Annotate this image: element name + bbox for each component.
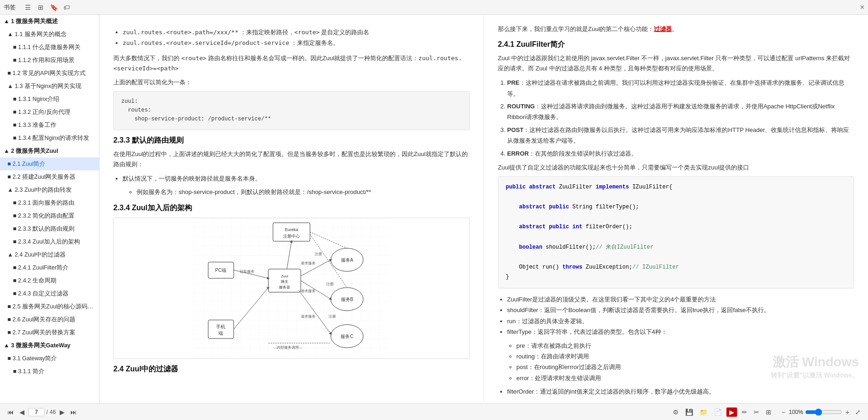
sidebar-item-1.1.2[interactable]: ■ 1.1.2 作用和应用场景: [0, 54, 99, 67]
svg-text:PC端: PC端: [215, 268, 226, 273]
sidebar-item-1.3.2[interactable]: ■ 1.3.2 正向/反向代理: [0, 106, 99, 119]
sidebar-item-2.3[interactable]: ▲ 2.3 Zuul中的路由转发: [0, 183, 99, 196]
svg-text:请求服务: 请求服务: [301, 289, 316, 293]
pages-icon[interactable]: 📄: [712, 407, 724, 417]
tag-icon[interactable]: 🏷: [62, 3, 71, 12]
filter-bullets: ZuulFilter是过滤器的顶级父类。在这里我们看一下其中定义的4个最重要的方…: [507, 294, 854, 397]
bookmark-icon[interactable]: 🔖: [49, 3, 58, 12]
last-page-button[interactable]: ⏭: [68, 407, 79, 417]
default-route-sub: 例如服务名为：shop-service-product，则默认的映射路径就是：/…: [136, 187, 470, 197]
filter-type-routing: ROUTING：这种过滤器将请求路由到微服务。这种过滤器用于构建发送给微服务的请…: [507, 101, 854, 123]
left-page: zuul.routes.<route>.path=/xxx/** ：来指定映射路…: [99, 15, 484, 403]
next-page-button[interactable]: ▶: [58, 407, 67, 417]
sidebar-item-2.3.3[interactable]: ■ 2.3.3 默认的路由规则: [0, 222, 99, 235]
sidebar-item-1.1[interactable]: ▲ 1.1 服务网关的概念: [0, 28, 99, 41]
toolbar-label: 书签: [4, 3, 16, 12]
sidebar-item-2.3.2[interactable]: ■ 2.3.2 简化的路由配置: [0, 209, 99, 222]
zoom-slider[interactable]: [805, 408, 842, 416]
svg-text:手机: 手机: [216, 324, 225, 329]
folder-icon[interactable]: 📁: [698, 407, 709, 417]
right-intro: 那么接下来，我们重点学习的就是Zuul的第二个核心功能：过滤器。: [498, 24, 854, 34]
filter-highlight: 过滤器: [654, 25, 672, 32]
fit-page-button[interactable]: ⤢: [853, 407, 862, 417]
error-label: ERROR: [507, 150, 529, 157]
sidebar-item-2.1[interactable]: ■ 2.1 Zuul简介: [0, 157, 99, 170]
post-label: POST: [507, 126, 523, 133]
sidebar-item-2.5[interactable]: ■ 2.5 服务网关Zuul的核心源码解析: [0, 300, 99, 313]
sidebar-item-2.4.2[interactable]: ■ 2.4.2 生命周期: [0, 274, 99, 287]
bottom-icons-group: ⚙ 💾 📁 📄 ▶ ✏ ✂ ⊞ − 100% + ⤢: [671, 407, 862, 417]
filtertype-pre: pre：请求在被路由之前执行: [516, 340, 854, 351]
sidebar-item-3.1.1[interactable]: ■ 3.1.1 简介: [0, 365, 99, 378]
sidebar-item-2.4.3[interactable]: ■ 2.4.3 自定义过滤器: [0, 287, 99, 300]
route-bullet-1: zuul.routes.<route>.path=/xxx/** ：来指定映射路…: [123, 27, 470, 38]
sidebar-item-2.2[interactable]: ■ 2.2 搭建Zuul网关服务器: [0, 170, 99, 183]
default-route-item1: 默认情况下，一切服务的映射路径就是服务名本身。 例如服务名为：shop-serv…: [123, 173, 470, 198]
svg-text:请求服务: 请求服务: [301, 314, 316, 319]
zoom-out-button[interactable]: −: [780, 407, 787, 417]
sidebar-content: ▲ 1 微服务网关概述 ▲ 1.1 服务网关的概念 ■ 1.1.1 什么是微服务…: [0, 15, 99, 403]
filter-type-error: ERROR：在其他阶段发生错误时执行该过滤器。: [507, 148, 854, 159]
filter-type-pre: PRE：这种过滤器在请求被路由之前调用。我们可以利用这种过滤器实现身份验证、在集…: [507, 77, 854, 99]
svg-text:网关: 网关: [281, 280, 288, 284]
edit-icon[interactable]: ✏: [740, 407, 749, 417]
sidebar-item-3.1[interactable]: ■ 3.1 Gateway简介: [0, 352, 99, 365]
sidebar-item-ch1[interactable]: ▲ 1 微服务网关概述: [0, 15, 99, 28]
architecture-diagram: Eureka 注册中心 服务A 服务B 服务C Zuul 网关 服务器: [113, 218, 470, 359]
bottom-toolbar: ⏮ ◀ / 46 ▶ ⏭ ⚙ 💾 📁 📄 ▶ ✏ ✂ ⊞ − 100% + ⤢: [0, 403, 868, 420]
sidebar-item-2.3.1[interactable]: ■ 2.3.1 面向服务的路由: [0, 196, 99, 209]
list-icon[interactable]: ☰: [23, 3, 32, 12]
para-simplify: 而大多数情况下，我们的 <route> 路由名称往往和服务名会写成一样的。因此Z…: [113, 53, 470, 74]
sidebar-item-1.1.1[interactable]: ■ 1.1.1 什么是微服务网关: [0, 41, 99, 54]
java-code-block: public abstract ZuulFilter implements IZ…: [498, 176, 854, 288]
play-button[interactable]: ▶: [726, 407, 737, 417]
page-navigation: ⏮ ◀ / 46 ▶ ⏭: [6, 407, 79, 417]
svg-text:Zuul: Zuul: [281, 274, 288, 278]
sidebar-item-2.7[interactable]: ■ 2.7 Zuul网关的替换方案: [0, 326, 99, 339]
sidebar-item-1.3[interactable]: ▲ 1.3 基于Nginx的网关实现: [0, 80, 99, 93]
filtertype-routing: routing：在路由请求时调用: [516, 351, 854, 362]
zoom-controls: − 100% + ⤢: [780, 407, 862, 417]
sidebar: ▲ 1 微服务网关概述 ▲ 1.1 服务网关的概念 ■ 1.1.1 什么是微服务…: [0, 15, 99, 403]
first-page-button[interactable]: ⏮: [6, 407, 16, 417]
close-button[interactable]: ×: [860, 3, 864, 12]
sidebar-item-2.6[interactable]: ■ 2.6 Zuul网关存在的问题: [0, 313, 99, 326]
grid-icon[interactable]: ⊞: [36, 3, 45, 12]
page-separator: /: [46, 409, 48, 415]
filtertype-error: error：处理请求时发生错误调用: [516, 373, 854, 383]
right-page: 那么接下来，我们重点学习的就是Zuul的第二个核心功能：过滤器。 2.4.1 Z…: [484, 15, 868, 403]
right-para2: Zuul提供了自定义过滤器的功能实现起来也十分简单，只需要编写一个类去实现zuu…: [498, 163, 854, 173]
crop-icon[interactable]: ✂: [752, 407, 761, 417]
filtertype-sub-list: pre：请求在被路由之前执行 routing：在路由请求时调用 post：在ro…: [516, 340, 854, 384]
route-bullets: zuul.routes.<route>.path=/xxx/** ：来指定映射路…: [123, 27, 470, 49]
filtertype-post: post：在routing和errror过滤器之后调用: [516, 362, 854, 372]
filter-type-post: POST：这种过滤器在路由到微服务以后执行。这种过滤器可用来为响应添加标准的HT…: [507, 125, 854, 146]
sidebar-item-1.2[interactable]: ■ 1.2 常见的API网关实现方式: [0, 67, 99, 80]
svg-text:服务器: 服务器: [279, 285, 290, 289]
sidebar-item-1.3.4[interactable]: ■ 1.3.4 配置Nginx的请求转发: [0, 132, 99, 144]
sidebar-item-ch2[interactable]: ▲ 2 微服务网关Zuul: [0, 144, 99, 157]
zoom-in-button[interactable]: +: [844, 407, 851, 417]
grid-icon-bottom[interactable]: ⊞: [764, 407, 773, 417]
svg-text:Eureka: Eureka: [285, 227, 298, 232]
top-toolbar: 书签 ☰ ⊞ 🔖 🏷 ×: [0, 0, 868, 15]
save-icon[interactable]: 💾: [683, 407, 695, 417]
svg-rect-1: [273, 223, 310, 241]
pre-label: PRE: [507, 79, 520, 86]
svg-text:端: 端: [218, 331, 223, 336]
sidebar-item-1.3.3[interactable]: ■ 1.3.3 准备工作: [0, 119, 99, 132]
sidebar-item-ch3[interactable]: ▲ 3 微服务网关GateWay: [0, 339, 99, 352]
page-number-input[interactable]: [28, 408, 44, 416]
sidebar-item-2.3.4[interactable]: ■ 2.3.4 Zuul加入后的架构: [0, 235, 99, 248]
svg-text:服务B: 服务B: [341, 297, 353, 302]
settings-icon[interactable]: ⚙: [671, 407, 681, 417]
prev-page-button[interactable]: ◀: [18, 407, 26, 417]
total-pages: 46: [50, 409, 56, 415]
sidebar-item-2.4.1[interactable]: ■ 2.4.1 ZuulFilter简介: [0, 261, 99, 274]
section-242-heading: 2.4.2 生命周期: [498, 403, 854, 403]
sidebar-item-2.4[interactable]: ▲ 2.4 Zuul中的过滤器: [0, 248, 99, 261]
svg-text:注册: 注册: [329, 314, 336, 319]
routing-label: ROUTING: [507, 103, 535, 110]
filter-types-list: PRE：这种过滤器在请求被路由之前调用。我们可以利用这种过滤器实现身份验证、在集…: [507, 77, 854, 159]
sidebar-item-1.3.1[interactable]: ■ 1.3.1 Nginx介绍: [0, 93, 99, 106]
